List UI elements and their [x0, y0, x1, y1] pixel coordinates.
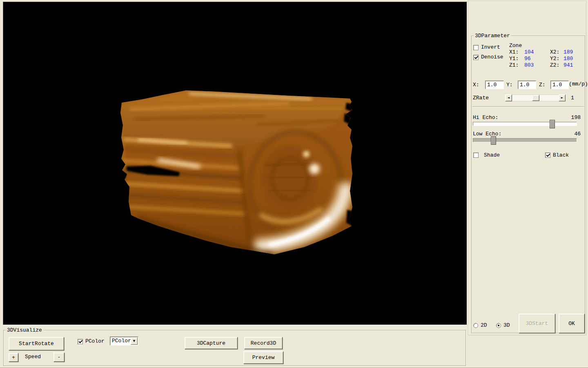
hi-echo-label: Hi Echo:: [473, 114, 498, 121]
zone-x1-label: X1:: [509, 49, 519, 55]
pcolor-checkbox[interactable]: [78, 339, 83, 344]
start3d-button[interactable]: 3DStart: [519, 314, 555, 333]
zone-z2-label: Z2:: [550, 62, 559, 68]
scale-z-input[interactable]: 1.0: [550, 81, 569, 89]
denoise-label: Denoise: [481, 54, 503, 60]
zrate-label: ZRate: [473, 95, 489, 101]
record3d-button[interactable]: Record3D: [244, 337, 283, 349]
zone-x2-value: 189: [564, 49, 573, 55]
low-echo-label: Low Echo:: [473, 131, 501, 137]
app-window: { "right_panel": { "group_title": "3DPar…: [0, 0, 588, 368]
separator-line: [472, 106, 584, 107]
render-viewport[interactable]: [3, 2, 467, 325]
visualize-group-title: 3DVisualize: [6, 327, 43, 333]
scale-y-label: Y:: [506, 82, 513, 88]
invert-label: Invert: [481, 44, 500, 50]
denoise-checkbox[interactable]: [473, 55, 479, 60]
speed-minus-button[interactable]: -: [53, 352, 65, 362]
invert-checkbox[interactable]: [473, 45, 479, 50]
ok-button[interactable]: OK: [559, 314, 585, 333]
pcolor-dropdown-value: PColor: [112, 338, 131, 344]
parameter-groupbox: 3DParameter Invert Denoise Zone X1: 104 …: [471, 36, 585, 333]
low-echo-value: 46: [564, 131, 581, 137]
mode-3d-label: 3D: [503, 322, 510, 328]
shade-label: Shade: [484, 152, 500, 158]
hi-echo-thumb[interactable]: [550, 120, 555, 128]
zrate-right-arrow-icon[interactable]: ►: [559, 94, 566, 101]
low-echo-thumb[interactable]: [491, 136, 496, 145]
capture3d-button[interactable]: 3DCapture: [185, 337, 238, 349]
hi-echo-value: 198: [564, 114, 581, 121]
zrate-track[interactable]: [512, 94, 559, 101]
zone-y1-label: Y1:: [509, 56, 519, 62]
scale-unit-label: (mm/p): [569, 81, 588, 87]
volume-render: [3, 2, 467, 325]
zone-x2-label: X2:: [550, 49, 559, 55]
zone-y2-label: Y2:: [550, 56, 559, 62]
zone-y1-value: 96: [524, 56, 531, 62]
zrate-scrollbar[interactable]: ◄ ►: [505, 94, 566, 101]
speed-label: Speed: [25, 354, 41, 360]
visualize-groupbox: 3DVisualize StartRotate + Speed - PColor…: [3, 330, 466, 366]
scale-z-label: Z:: [539, 82, 546, 88]
scale-x-input[interactable]: 1.0: [485, 81, 504, 89]
mode-2d-label: 2D: [481, 322, 487, 328]
zone-y2-value: 180: [564, 56, 573, 62]
zrate-left-arrow-icon[interactable]: ◄: [505, 94, 512, 101]
zone-z1-label: Z1:: [509, 62, 519, 68]
black-label: Black: [553, 152, 569, 158]
mode-2d-radio[interactable]: [473, 323, 478, 328]
scale-x-label: X:: [473, 82, 479, 88]
speed-plus-button[interactable]: +: [9, 353, 18, 362]
parameter-group-title: 3DParameter: [474, 33, 511, 39]
pcolor-label: PColor: [85, 338, 105, 344]
zrate-thumb[interactable]: [532, 95, 539, 101]
preview-button[interactable]: Preview: [243, 351, 283, 364]
black-checkbox[interactable]: [545, 153, 550, 158]
start-rotate-button[interactable]: StartRotate: [9, 337, 64, 350]
low-echo-track[interactable]: [473, 138, 577, 142]
hi-echo-track[interactable]: [473, 122, 577, 126]
zone-z2-value: 941: [564, 62, 573, 68]
dropdown-arrow-icon[interactable]: ▼: [131, 337, 138, 345]
zone-z1-value: 803: [524, 62, 534, 68]
scale-y-input[interactable]: 1.0: [518, 81, 536, 89]
zrate-value: 1: [571, 95, 574, 101]
zone-title: Zone: [509, 43, 522, 49]
shade-checkbox[interactable]: [473, 153, 479, 158]
parameter-panel: 3DParameter Invert Denoise Zone X1: 104 …: [468, 1, 586, 335]
pcolor-dropdown[interactable]: PColor ▼: [110, 337, 138, 346]
mode-3d-radio[interactable]: [496, 323, 501, 328]
zone-x1-value: 104: [524, 49, 534, 55]
